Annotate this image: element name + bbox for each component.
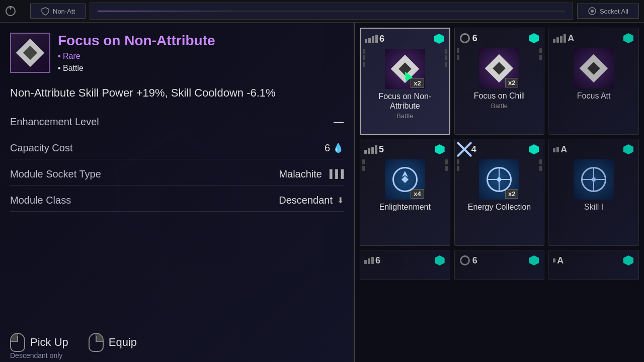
socket-all-label: Socket All (600, 8, 628, 15)
card-level: 5 (364, 144, 384, 155)
card-name: Skill I (584, 202, 603, 212)
compass-icon (392, 167, 418, 192)
level-num: A (568, 33, 574, 44)
mouse-right-icon (89, 333, 104, 352)
stat-row-capacity: Capacity Cost 6 💧 (10, 142, 344, 159)
card-level: A (553, 144, 567, 155)
bar2 (368, 38, 371, 43)
card-icon-area: x2 (479, 159, 519, 200)
non-att-button[interactable]: Non-Att (30, 4, 86, 19)
capacity-label: Capacity Cost (10, 142, 73, 154)
edge-bar (457, 55, 459, 60)
svg-line-9 (461, 146, 468, 153)
socket-teal-icon (528, 254, 540, 266)
socket-teal-icon (434, 254, 446, 266)
socket-teal-icon (622, 32, 634, 44)
level-num: 6 (472, 33, 477, 44)
card-icon-area: x2 (385, 49, 425, 89)
socket-teal-icon (434, 143, 446, 155)
card-level: 6 (459, 254, 477, 266)
socket-icon (588, 7, 597, 16)
level-bars (364, 145, 377, 154)
socket-teal-icon (528, 143, 540, 155)
bar2 (556, 37, 559, 43)
bar1 (553, 39, 555, 43)
edge-bar (457, 166, 459, 171)
card-top-bar: A (553, 143, 634, 155)
level-num: 5 (379, 144, 384, 155)
equip-action[interactable]: Equip (89, 333, 137, 352)
card-icon-area (574, 159, 614, 200)
card-bottom-2[interactable]: 6 (454, 250, 545, 280)
bar1 (364, 260, 367, 264)
card-level: 4 (459, 144, 476, 155)
socket-type-label: Module Socket Type (10, 168, 101, 180)
card-edge-bars-left (363, 49, 365, 67)
class-label: Module Class (10, 195, 71, 206)
svg-point-2 (591, 10, 594, 13)
socket-all-button[interactable]: Socket All (577, 4, 639, 19)
card-enlightenment[interactable]: 5 x4 (360, 139, 450, 246)
item-header: Focus on Non-Attribute • Rare • Battle (10, 33, 344, 73)
edge-bar (363, 49, 365, 54)
bar2 (368, 258, 370, 264)
multiplier-badge: x2 (505, 78, 518, 87)
bar1 (553, 258, 555, 262)
bar1 (364, 150, 367, 154)
edge-bar (457, 48, 459, 53)
rotate-icon (5, 6, 16, 17)
card-subtype: Battle (491, 102, 508, 110)
card-edge-bars-right (445, 49, 447, 67)
bottom-actions: Pick Up Equip (10, 323, 344, 352)
pickup-action[interactable]: Pick Up (10, 333, 68, 352)
level-bars (553, 147, 559, 152)
card-name: Energy Collection (468, 202, 531, 212)
card-focus-non-attr[interactable]: 6 x2 (360, 28, 450, 135)
item-icon-inner (18, 40, 43, 65)
bar3 (371, 147, 374, 154)
x-level-icon (459, 144, 470, 155)
item-name: Focus on Non-Attribute (58, 33, 215, 49)
card-energy-collection[interactable]: 4 x2 (454, 139, 545, 246)
mouse-left-icon (10, 333, 25, 352)
level-bars (365, 35, 378, 43)
level-num: A (560, 144, 567, 155)
left-panel: Focus on Non-Attribute • Rare • Battle N… (0, 23, 355, 362)
card-icon-area: x2 (479, 48, 519, 88)
card-skill[interactable]: A Skill I (548, 139, 639, 246)
card-top-bar: 5 (364, 143, 446, 155)
edge-bar (445, 159, 448, 164)
edge-bar (539, 166, 542, 171)
card-edge-bars-right (539, 159, 542, 171)
multiplier-badge: x2 (411, 78, 424, 88)
card-bottom-3[interactable]: A (548, 250, 639, 280)
item-type: • Battle (58, 64, 215, 73)
item-description: Non-Attribute Skill Power +19%, Skill Co… (10, 85, 344, 101)
bar3 (371, 257, 374, 264)
bar4 (375, 35, 378, 43)
edge-bar (363, 55, 365, 60)
card-edge-bars-left (457, 48, 459, 60)
stat-row-socket: Module Socket Type Malachite ▐▐▐ (10, 168, 344, 186)
card-symbol (489, 58, 509, 78)
card-top-bar: A (553, 32, 634, 44)
edge-bar (362, 159, 365, 164)
card-symbol (584, 58, 604, 78)
diamond-icon (16, 39, 45, 67)
card-icon-area (574, 48, 614, 88)
water-drop-icon: 💧 (333, 142, 344, 153)
card-bottom-1[interactable]: 6 (360, 250, 450, 280)
card-focus-att[interactable]: A Focus Att (548, 28, 639, 135)
edge-bar (445, 166, 448, 171)
card-name: Focus on Chill (474, 91, 525, 101)
class-value: Descendant ⬇ (279, 195, 344, 206)
diamond-small (485, 54, 514, 83)
card-focus-chill[interactable]: 6 x2 Focus on Chill (454, 28, 545, 135)
bar3 (560, 36, 562, 43)
descendant-icon: ⬇ (337, 196, 344, 205)
socket-teal-icon (528, 32, 540, 44)
diamond-small (580, 54, 608, 83)
circle-socket-icon (459, 32, 471, 44)
card-top-bar: 6 (365, 33, 445, 45)
socket-teal-icon (433, 33, 445, 45)
